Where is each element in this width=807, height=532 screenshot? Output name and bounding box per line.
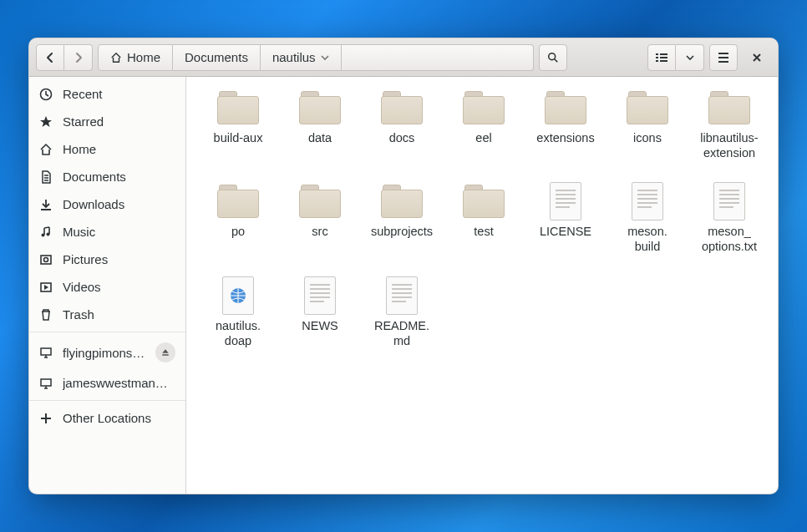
svg-point-9 — [47, 232, 50, 236]
sidebar-item-documents[interactable]: Documents — [29, 163, 185, 190]
folder-icon — [463, 185, 505, 218]
file-item[interactable]: test — [444, 179, 524, 257]
sidebar-other-locations[interactable]: Other Locations — [29, 404, 185, 432]
file-item[interactable]: build-aux — [198, 85, 278, 164]
file-name: src — [312, 224, 327, 239]
file-name: LICENSE — [540, 224, 591, 239]
file-item[interactable]: meson_options.txt — [689, 179, 769, 257]
file-name: data — [308, 130, 332, 145]
chevron-down-icon — [321, 53, 329, 62]
forward-button[interactable] — [64, 44, 93, 71]
file-name: icons — [633, 130, 662, 145]
folder-icon — [545, 91, 586, 124]
folder-icon — [708, 91, 750, 124]
path-segment-label: Documents — [185, 50, 248, 64]
videos-icon — [39, 281, 53, 294]
sidebar-item-music[interactable]: Music — [29, 218, 185, 246]
file-item[interactable]: po — [198, 179, 278, 257]
trash-icon — [39, 308, 53, 322]
sidebar-item-label: Recent — [63, 87, 103, 101]
file-item[interactable]: data — [280, 85, 360, 164]
text-file-icon — [713, 182, 745, 220]
svg-point-11 — [44, 257, 48, 261]
hamburger-menu-button[interactable] — [709, 44, 738, 71]
svg-rect-3 — [656, 57, 658, 58]
file-manager-window: Home Documents nautilus — [28, 38, 779, 494]
svg-rect-10 — [41, 256, 51, 264]
sidebar-item-home[interactable]: Home — [29, 135, 185, 163]
sidebar-device-1[interactable]: jameswwestman… — [29, 369, 185, 397]
eject-button[interactable] — [155, 342, 175, 362]
file-item[interactable]: eel — [444, 85, 524, 164]
path-segment-0[interactable]: Documents — [173, 44, 261, 71]
path-extra-space[interactable] — [342, 44, 534, 71]
sidebar-item-pictures[interactable]: Pictures — [29, 246, 185, 273]
folder-icon — [217, 185, 259, 218]
sidebar: RecentStarredHomeDocumentsDownloadsMusic… — [29, 77, 186, 494]
svg-rect-5 — [656, 60, 658, 62]
svg-rect-2 — [660, 53, 667, 55]
svg-rect-14 — [41, 379, 51, 386]
nav-buttons — [36, 44, 93, 71]
folder-icon — [381, 185, 423, 218]
sidebar-item-recent[interactable]: Recent — [29, 80, 185, 108]
path-home[interactable]: Home — [98, 44, 173, 71]
close-window-button[interactable] — [743, 44, 771, 71]
folder-icon — [217, 91, 259, 124]
star-icon — [39, 115, 53, 129]
search-icon — [547, 52, 559, 63]
sidebar-other-label: Other Locations — [63, 411, 151, 425]
sidebar-item-label: Documents — [63, 170, 126, 184]
file-item[interactable]: icons — [607, 85, 688, 164]
file-view[interactable]: build-auxdatadocseelextensionsiconslibna… — [186, 77, 778, 494]
clock-icon — [39, 88, 53, 101]
pictures-icon — [39, 253, 53, 266]
svg-rect-1 — [656, 53, 658, 55]
sidebar-item-downloads[interactable]: Downloads — [29, 190, 185, 218]
text-file-icon — [550, 182, 581, 220]
file-item[interactable]: nautilus.doap — [198, 273, 278, 352]
remote-icon — [39, 377, 53, 390]
file-name: docs — [389, 130, 415, 145]
file-item[interactable]: subprojects — [362, 179, 442, 257]
chevron-down-icon — [686, 53, 694, 62]
path-home-label: Home — [127, 50, 160, 64]
globe-file-icon — [222, 276, 254, 315]
file-item[interactable]: LICENSE — [525, 179, 606, 257]
file-name: meson.build — [627, 224, 667, 254]
file-item[interactable]: NEWS — [280, 273, 360, 352]
file-item[interactable]: src — [280, 179, 360, 257]
search-button[interactable] — [539, 44, 567, 71]
doc-icon — [39, 170, 53, 184]
sidebar-item-label: Videos — [63, 280, 101, 294]
file-item[interactable]: meson.build — [607, 179, 688, 257]
sidebar-device-0[interactable]: flyingpimons… — [29, 336, 185, 369]
sidebar-item-label: Pictures — [63, 252, 108, 266]
view-options-button[interactable] — [676, 44, 704, 71]
folder-icon — [299, 91, 341, 124]
file-name: NEWS — [302, 318, 338, 333]
menu-icon — [718, 53, 729, 63]
file-item[interactable]: libnautilus-extension — [689, 85, 769, 164]
file-item[interactable]: docs — [362, 85, 442, 164]
text-file-icon — [632, 182, 663, 220]
sidebar-item-starred[interactable]: Starred — [29, 108, 185, 135]
file-item[interactable]: README.md — [362, 273, 442, 352]
file-name: eel — [475, 130, 491, 145]
sidebar-item-label: Downloads — [63, 197, 124, 211]
path-bar: Home Documents nautilus — [98, 44, 534, 71]
back-button[interactable] — [36, 44, 64, 71]
path-segment-1[interactable]: nautilus — [261, 44, 342, 71]
sidebar-item-videos[interactable]: Videos — [29, 273, 185, 301]
folder-icon — [463, 91, 505, 124]
folder-icon — [381, 91, 423, 124]
view-mode-button[interactable] — [647, 44, 676, 71]
sidebar-item-trash[interactable]: Trash — [29, 301, 185, 328]
chevron-left-icon — [45, 53, 55, 63]
svg-point-8 — [42, 233, 45, 236]
file-item[interactable]: extensions — [525, 85, 606, 164]
file-name: po — [231, 224, 245, 239]
svg-point-0 — [548, 53, 555, 59]
folder-icon — [299, 185, 341, 218]
file-name: libnautilus-extension — [690, 130, 769, 160]
